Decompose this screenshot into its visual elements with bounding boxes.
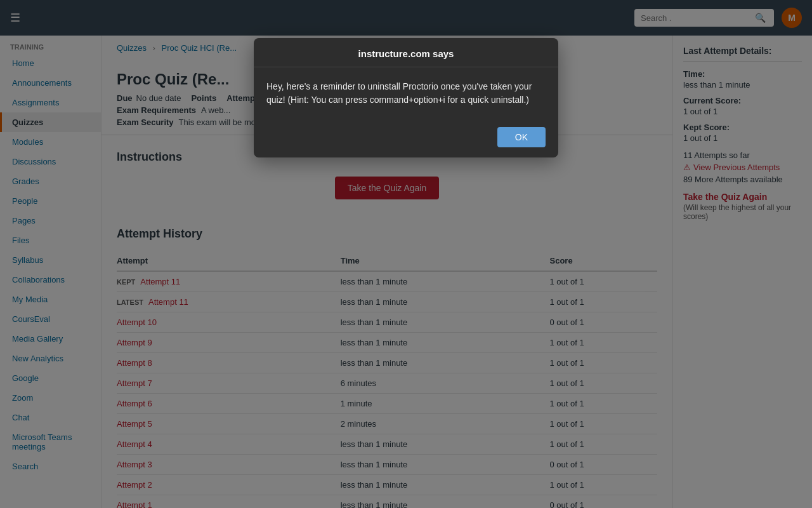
modal-dialog: instructure.com says Hey, here's a remin… (254, 38, 558, 157)
modal-ok-button[interactable]: OK (497, 127, 546, 147)
modal-footer: OK (254, 119, 558, 157)
modal-body: Hey, here's a reminder to uninstall Proc… (254, 67, 558, 119)
modal-overlay: instructure.com says Hey, here's a remin… (0, 0, 812, 508)
modal-header: instructure.com says (254, 38, 558, 67)
